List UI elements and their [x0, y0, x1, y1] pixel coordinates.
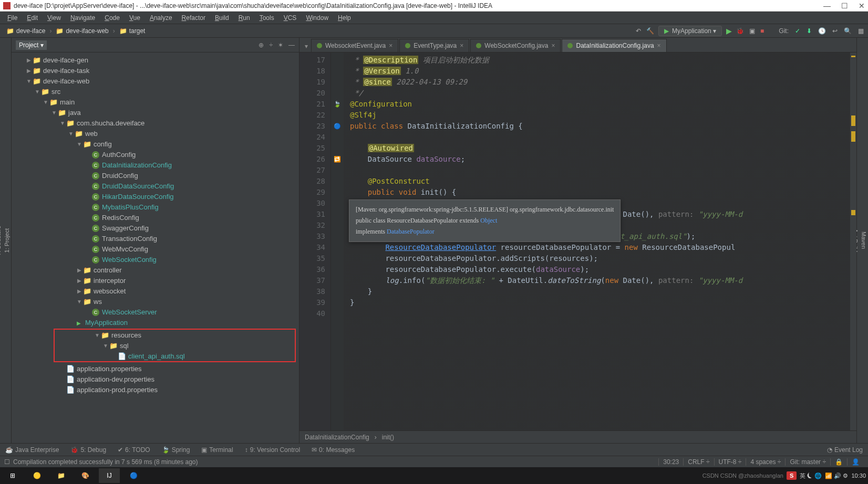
editor-tab[interactable]: DataInitializationConfig.java×	[562, 39, 666, 52]
code-line[interactable]	[350, 132, 856, 143]
tree-node[interactable]: HikarDataSourceConfig	[12, 191, 299, 202]
code-line[interactable]: @PostConstruct	[350, 176, 856, 187]
tree-node[interactable]: DruidDataSourceConfig	[12, 181, 299, 191]
tree-node[interactable]: ▼📁config	[12, 139, 299, 149]
project-view-selector[interactable]: Project ▾	[16, 40, 47, 50]
maven-tool-tab[interactable]: Maven	[860, 227, 868, 253]
tree-node[interactable]: ▼📁deve-iface-web	[12, 76, 299, 86]
tree-node[interactable]: ▼📁main	[12, 97, 299, 107]
tree-node[interactable]: WebSocketServer	[12, 307, 299, 317]
messages-tab[interactable]: ✉ 0: Messages	[309, 445, 357, 455]
code-line[interactable]: ResourceDatabasePopulator resourceDataba…	[350, 242, 856, 253]
breadcrumb-item[interactable]: DataInitializationConfig	[305, 434, 369, 441]
code-line[interactable]: public class DataInitializationConfig {	[350, 121, 856, 132]
vcs-tab[interactable]: ↕ 9: Version Control	[243, 445, 302, 455]
type-link[interactable]: Object	[480, 217, 497, 224]
project-tool-tab[interactable]: 1: Project	[3, 224, 11, 257]
menu-tools[interactable]: Tools	[255, 13, 278, 23]
menu-refactor[interactable]: Refactor	[178, 13, 210, 23]
code-line[interactable]: }	[350, 297, 856, 308]
code-line[interactable]: public void init() {	[350, 187, 856, 198]
tree-node[interactable]: RedisConfig	[12, 212, 299, 223]
debug-button[interactable]: 🐞	[736, 27, 744, 35]
event-log-tab[interactable]: ◔ Event Log	[825, 445, 865, 455]
close-button[interactable]: ✕	[859, 2, 865, 10]
clock[interactable]: 10:30	[851, 472, 866, 479]
tree-node[interactable]: MybatisPlusConfig	[12, 202, 299, 212]
app-icon[interactable]: 🎨	[75, 468, 96, 483]
tray-icons[interactable]: 📶 🔊 ⚙	[825, 472, 848, 479]
inspector-icon[interactable]: 👤	[847, 458, 864, 466]
tree-node[interactable]: ▼📁web	[12, 128, 299, 139]
tree-node[interactable]: MyApplication	[12, 317, 299, 328]
tree-node[interactable]: 📄application-dev.properties	[12, 374, 299, 384]
tree-node[interactable]: ▼📁ws	[12, 296, 299, 307]
git-commit-button[interactable]: ⬇	[805, 26, 813, 36]
breadcrumb[interactable]: 📁deve-iface-web	[53, 26, 111, 36]
java-enterprise-tab[interactable]: ☕ Java Enterprise	[3, 445, 61, 455]
tree-node[interactable]: AuthConfig	[12, 149, 299, 160]
search-everywhere-button[interactable]: 🔍	[843, 26, 853, 36]
intellij-icon[interactable]: IJ	[99, 468, 120, 483]
todo-tab[interactable]: ✔ 6: TODO	[116, 445, 152, 455]
code-line[interactable]: resourceDatabasePopulator.addScripts(res…	[350, 253, 856, 264]
tab-dropdown-icon[interactable]: ▾	[303, 40, 310, 52]
breadcrumb[interactable]: 📁target	[116, 26, 149, 36]
locate-icon[interactable]: ⊕	[259, 41, 264, 49]
editor-tab[interactable]: EventType.java×	[399, 39, 469, 52]
tree-node[interactable]: DataInitializationConfig	[12, 160, 299, 170]
menu-edit[interactable]: Edit	[23, 13, 42, 23]
collapse-icon[interactable]: ÷	[269, 41, 273, 49]
tree-node[interactable]: WebMvcConfig	[12, 244, 299, 254]
tree-node[interactable]: ▼📁src	[12, 86, 299, 97]
ime-indicator[interactable]: S	[787, 471, 797, 480]
line-separator[interactable]: CRLF ÷	[683, 458, 714, 466]
tree-node[interactable]: 📄client_api_auth.sql	[55, 351, 295, 361]
menu-analyze[interactable]: Analyze	[146, 13, 177, 23]
hide-icon[interactable]: —	[288, 41, 295, 49]
menu-build[interactable]: Build	[211, 13, 233, 23]
start-button[interactable]: ⊞	[2, 468, 23, 483]
breadcrumb[interactable]: 📁deve-iface	[3, 26, 48, 36]
menu-view[interactable]: View	[43, 13, 65, 23]
tree-node[interactable]: WebSocketConfig	[12, 254, 299, 265]
code-line[interactable]: * @since 2022-04-13 09:29	[350, 77, 856, 88]
code-line[interactable]: * @Version 1.0	[350, 66, 856, 77]
git-history-button[interactable]: 🕓	[817, 26, 827, 36]
code-line[interactable]: @Autowired	[350, 143, 856, 154]
tree-node[interactable]: ▼📁java	[12, 107, 299, 118]
menu-code[interactable]: Code	[100, 13, 124, 23]
lock-icon[interactable]: 🔒	[830, 458, 847, 466]
code-line[interactable]: }	[350, 286, 856, 297]
file-encoding[interactable]: UTF-8 ÷	[714, 458, 746, 466]
editor-tab[interactable]: WebsocketEvent.java×	[311, 39, 398, 52]
tree-node[interactable]: ▶📁interceptor	[12, 275, 299, 286]
explorer-icon[interactable]: 📁	[50, 468, 71, 483]
git-rollback-button[interactable]: ↩	[831, 26, 839, 36]
project-tree[interactable]: ▶📁deve-iface-gen▶📁deve-iface-task▼📁deve-…	[12, 52, 299, 443]
code-line[interactable]: @Slf4j	[350, 110, 856, 121]
code-line[interactable]	[350, 308, 856, 319]
git-update-button[interactable]: ✓	[794, 26, 801, 36]
run-button[interactable]: ▶	[726, 27, 732, 35]
tree-node[interactable]: 📄application-prod.properties	[12, 384, 299, 395]
build-button[interactable]: 🔨	[646, 27, 654, 35]
git-branch[interactable]: Git: master ÷	[785, 458, 830, 466]
menu-run[interactable]: Run	[234, 13, 254, 23]
menu-help[interactable]: Help	[334, 13, 355, 23]
close-tab-icon[interactable]: ×	[657, 42, 661, 49]
gear-icon[interactable]: ✶	[278, 41, 283, 49]
close-tab-icon[interactable]: ×	[389, 42, 392, 49]
spring-tab[interactable]: 🍃 Spring	[160, 445, 192, 455]
tree-node[interactable]: ▼📁sql	[55, 340, 295, 351]
app-icon[interactable]: 🔵	[123, 468, 144, 483]
back-button[interactable]: ↶	[635, 26, 642, 36]
run-configuration-selector[interactable]: ▶ MyApplication ▾	[658, 26, 722, 36]
tree-node[interactable]: ▶📁deve-iface-task	[12, 65, 299, 76]
type-link[interactable]: DatabasePopulator	[387, 228, 435, 235]
debug-tab[interactable]: 🐞 5: Debug	[68, 445, 108, 455]
tree-node[interactable]: DruidConfig	[12, 170, 299, 181]
menu-vcs[interactable]: VCS	[280, 13, 301, 23]
close-tab-icon[interactable]: ×	[551, 42, 555, 49]
code-line[interactable]: DataSource dataSource;	[350, 154, 856, 165]
